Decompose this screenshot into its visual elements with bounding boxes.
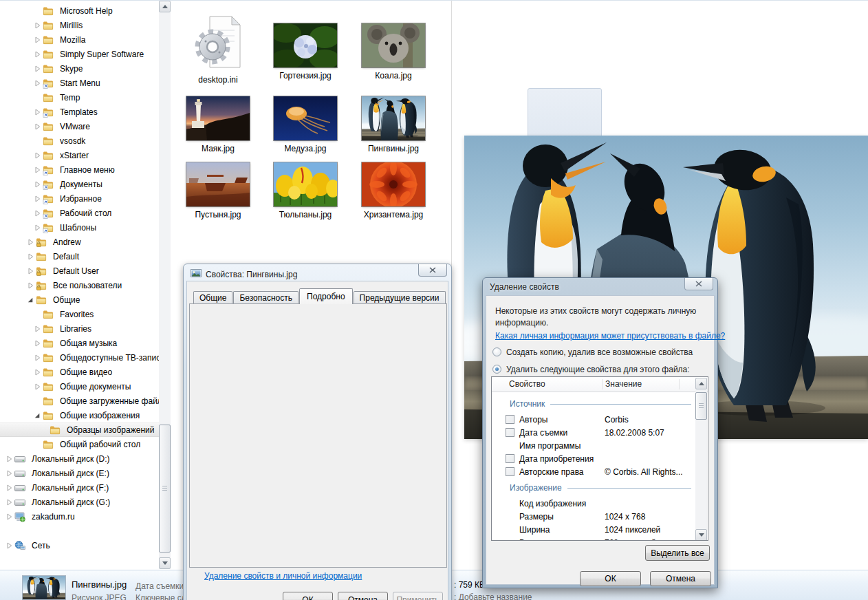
tree-item[interactable]: Локальный диск (F:) <box>0 480 159 495</box>
privacy-info-link[interactable]: Какая личная информация может присутство… <box>495 331 725 341</box>
file-tile[interactable]: desktop.ini <box>182 14 254 85</box>
expand-collapsed-icon[interactable] <box>32 50 41 58</box>
tree-item[interactable]: Mirillis <box>0 18 159 32</box>
expand-expanded-icon[interactable] <box>32 411 41 420</box>
tab-Безопасность[interactable]: Безопасность <box>233 291 299 304</box>
scroll-down-button[interactable] <box>695 529 707 541</box>
expand-collapsed-icon[interactable] <box>25 281 34 290</box>
expand-collapsed-icon[interactable] <box>32 339 41 347</box>
properties-dialog-titlebar[interactable]: Свойства: Пингвины.jpg <box>191 268 297 281</box>
tree-item[interactable]: Simply Super Software <box>0 47 159 61</box>
tree-item[interactable]: Andrew <box>0 235 159 249</box>
removable-property-row[interactable]: Код изображения <box>492 497 695 510</box>
expand-collapsed-icon[interactable] <box>32 194 41 203</box>
tree-item[interactable]: Общие видео <box>0 365 159 379</box>
expand-collapsed-icon[interactable] <box>25 237 34 246</box>
select-all-button[interactable]: Выделить все <box>645 545 710 561</box>
removable-property-row[interactable]: Дата приобретения <box>492 453 695 465</box>
file-tile[interactable]: Хризантема.jpg <box>358 162 429 219</box>
tree-item[interactable]: Главное меню <box>0 162 159 177</box>
file-tile[interactable]: Пустыня.jpg <box>182 162 254 219</box>
expand-collapsed-icon[interactable] <box>25 252 34 261</box>
tree-item[interactable]: Favorites <box>0 307 159 321</box>
removable-property-row[interactable]: Высота768 пикселей <box>492 537 695 541</box>
scroll-up-button[interactable] <box>695 378 707 389</box>
tree-item[interactable]: vsosdk <box>0 133 159 148</box>
tree-item[interactable]: Шаблоны <box>0 220 159 235</box>
radio-create-copy[interactable] <box>492 347 501 356</box>
expand-collapsed-icon[interactable] <box>32 78 41 87</box>
file-tile[interactable]: Гортензия.jpg <box>270 23 341 81</box>
scroll-up-button[interactable] <box>159 1 171 12</box>
expand-collapsed-icon[interactable] <box>32 353 41 362</box>
expand-collapsed-icon[interactable] <box>32 35 41 44</box>
ok-button[interactable]: ОК <box>580 571 641 586</box>
checkbox[interactable] <box>506 428 514 437</box>
close-button[interactable] <box>684 278 713 290</box>
column-header-value[interactable]: Значение <box>605 379 642 389</box>
checkbox[interactable] <box>506 415 514 424</box>
expand-collapsed-icon[interactable] <box>4 541 13 550</box>
tree-item[interactable]: xStarter <box>0 148 159 162</box>
tree-item[interactable]: Skype <box>0 61 159 76</box>
expand-collapsed-icon[interactable] <box>32 64 41 73</box>
removable-property-row[interactable]: Имя программы <box>492 440 695 452</box>
radio-create-copy-label[interactable]: Создать копию, удалив все возможные свой… <box>506 347 693 358</box>
remove-dialog-titlebar[interactable]: Удаление свойств <box>490 282 559 292</box>
scroll-down-button[interactable] <box>159 557 171 569</box>
removable-property-row[interactable]: Ширина1024 пикселей <box>492 524 695 536</box>
tree-item[interactable]: VMware <box>0 119 159 133</box>
tree-item[interactable]: Default User <box>0 264 159 278</box>
tab-Подробно[interactable]: Подробно <box>299 288 353 304</box>
checkbox[interactable] <box>506 467 514 476</box>
cancel-button[interactable]: Отмена <box>338 592 388 600</box>
tree-item[interactable]: Документы <box>0 177 159 191</box>
ok-button[interactable]: ОК <box>283 592 333 600</box>
tree-item[interactable]: Локальный диск (D:) <box>0 451 159 466</box>
tree-item[interactable]: Templates <box>0 105 159 119</box>
tree-item[interactable]: zakadum.ru <box>0 509 159 524</box>
cancel-button[interactable]: Отмена <box>650 571 711 586</box>
column-header-property[interactable]: Свойство <box>509 379 545 389</box>
expand-collapsed-icon[interactable] <box>4 497 13 506</box>
expand-collapsed-icon[interactable] <box>4 469 13 478</box>
tab-Общие[interactable]: Общие <box>193 291 232 304</box>
expand-collapsed-icon[interactable] <box>32 382 41 391</box>
tree-item[interactable]: Общедоступные ТВ-записи <box>0 350 159 365</box>
tree-item[interactable]: Default <box>0 249 159 264</box>
column-divider[interactable] <box>679 379 680 389</box>
expand-expanded-icon[interactable] <box>25 295 34 304</box>
expand-collapsed-icon[interactable] <box>32 165 41 174</box>
file-tile[interactable]: Коала.jpg <box>358 23 429 81</box>
expand-collapsed-icon[interactable] <box>32 324 41 333</box>
tree-item[interactable]: Общий рабочий стол <box>0 437 159 451</box>
tree-item[interactable]: Общие загруженные файлы <box>0 394 159 408</box>
remove-properties-link[interactable]: Удаление свойств и личной информации <box>204 571 362 581</box>
tree-item[interactable]: Образцы изображений <box>0 422 159 437</box>
tree-item[interactable]: Общая музыка <box>0 336 159 350</box>
expand-collapsed-icon[interactable] <box>4 512 13 521</box>
tree-item[interactable]: Microsoft Help <box>0 3 159 18</box>
tree-item[interactable]: Рабочий стол <box>0 206 159 220</box>
expand-collapsed-icon[interactable] <box>4 454 13 463</box>
tree-item[interactable]: Общие документы <box>0 379 159 394</box>
tree-item[interactable]: Избранное <box>0 191 159 206</box>
removable-property-row[interactable]: Авторские права© Corbis. All Rights... <box>492 466 695 478</box>
column-divider[interactable] <box>602 379 603 389</box>
expand-collapsed-icon[interactable] <box>4 483 13 492</box>
file-tile[interactable]: Тюльпаны.jpg <box>270 162 341 219</box>
tree-item[interactable]: Общие <box>0 292 159 307</box>
removable-property-row[interactable]: Дата съемки18.02.2008 5:07 <box>492 427 695 439</box>
removable-property-row[interactable]: АвторыCorbis <box>492 414 695 426</box>
expand-collapsed-icon[interactable] <box>32 21 41 30</box>
expand-collapsed-icon[interactable] <box>32 223 41 232</box>
expand-collapsed-icon[interactable] <box>32 367 41 376</box>
tree-item[interactable]: Локальный диск (G:) <box>0 495 159 509</box>
scrollbar-thumb[interactable] <box>159 425 171 553</box>
scrollbar-thumb[interactable] <box>695 392 707 420</box>
tree-item[interactable]: Сеть <box>0 538 159 553</box>
tree-item[interactable]: Temp <box>0 90 159 105</box>
radio-remove-selected[interactable] <box>492 365 501 374</box>
file-tile[interactable]: Медуза.jpg <box>270 96 341 153</box>
expand-collapsed-icon[interactable] <box>32 107 41 116</box>
